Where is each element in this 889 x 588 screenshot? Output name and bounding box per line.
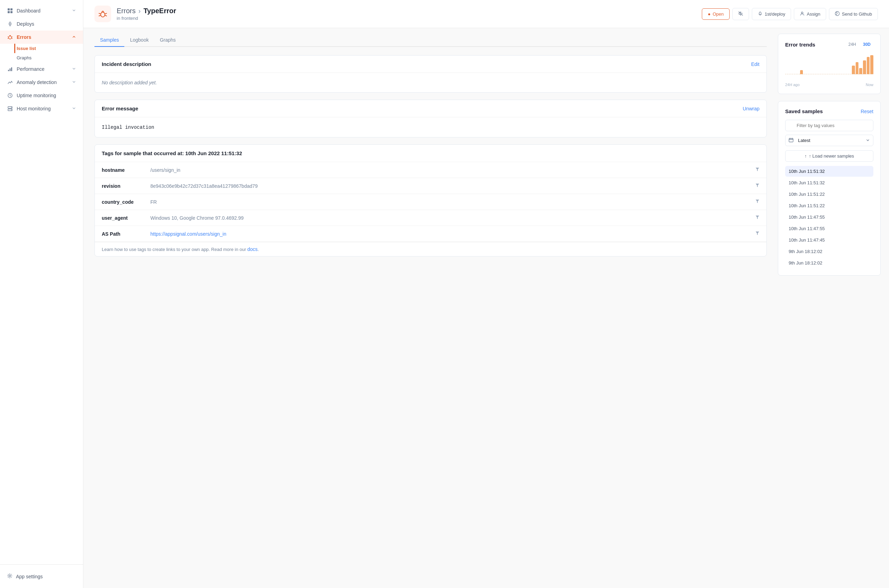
sidebar-item-deploys[interactable]: Deploys	[0, 17, 83, 30]
main-content: Errors › TypeError in frontend ● Open 1s…	[83, 0, 889, 588]
sample-item[interactable]: 10th Jun 11:47:55	[785, 212, 873, 222]
tag-key: AS Path	[102, 231, 150, 237]
sidebar-item-label: Uptime monitoring	[17, 93, 56, 98]
sidebar-item-label: Dashboard	[17, 8, 41, 14]
svg-rect-12	[11, 68, 12, 71]
sample-item[interactable]: 10th Jun 11:51:32	[785, 166, 873, 177]
content-main: Samples Logbook Graphs Incident descript…	[83, 28, 778, 588]
mute-icon	[738, 11, 743, 17]
topbar-subtitle: in frontend	[117, 16, 696, 21]
as-path-link[interactable]: https://appsignal.com/users/sign_in	[150, 231, 227, 237]
tab-samples[interactable]: Samples	[95, 34, 124, 47]
sidebar-errors-submenu: Issue list Graphs	[0, 44, 83, 63]
sample-item[interactable]: 9th Jun 18:12:02	[785, 258, 873, 268]
circle-dot-icon: ●	[708, 12, 710, 16]
sample-item[interactable]: 9th Jun 18:12:02	[785, 246, 873, 257]
svg-line-8	[8, 38, 9, 39]
svg-rect-0	[8, 8, 10, 10]
load-newer-button[interactable]: ↑ ↑ Load newer samples	[785, 150, 873, 162]
tag-value: FR	[150, 199, 752, 205]
tag-note: Learn how to use tags to create links to…	[95, 242, 766, 256]
sidebar-item-graphs[interactable]: Graphs	[17, 53, 83, 63]
breadcrumb-sep: ›	[138, 7, 141, 15]
filter-icon[interactable]	[755, 199, 760, 205]
unwrap-link[interactable]: Unwrap	[743, 106, 760, 111]
tag-value: Windows 10, Google Chrome 97.0.4692.99	[150, 215, 752, 221]
error-trends-header: Error trends 24H 30D	[785, 41, 873, 48]
sidebar-nav: Dashboard Deploys Errors Issue list Gra	[0, 0, 83, 564]
sidebar-item-issue-list[interactable]: Issue list	[14, 44, 83, 53]
svg-line-23	[99, 15, 101, 16]
reset-link[interactable]: Reset	[860, 109, 873, 114]
tag-value: https://appsignal.com/users/sign_in	[150, 231, 752, 237]
filter-icon[interactable]	[755, 167, 760, 173]
sample-item[interactable]: 10th Jun 11:51:22	[785, 189, 873, 200]
time-24h-button[interactable]: 24H	[845, 41, 859, 48]
saved-samples-title: Saved samples	[785, 108, 823, 114]
filter-input[interactable]	[785, 120, 873, 131]
breadcrumb-current: TypeError	[143, 7, 176, 15]
sample-item[interactable]: 10th Jun 11:51:32	[785, 177, 873, 188]
tags-header: Tags for sample that occurred at: 10th J…	[95, 145, 766, 162]
bell-icon	[758, 11, 763, 17]
sidebar-item-performance[interactable]: Performance	[0, 63, 83, 76]
sample-item[interactable]: 10th Jun 11:51:22	[785, 200, 873, 211]
breadcrumb: Errors › TypeError in frontend	[117, 7, 696, 21]
tab-logbook[interactable]: Logbook	[124, 34, 154, 47]
breadcrumb-parent: Errors	[117, 7, 135, 15]
chevron-down-icon	[72, 80, 76, 85]
sidebar-item-dashboard[interactable]: Dashboard	[0, 4, 83, 17]
sample-item[interactable]: 10th Jun 11:47:55	[785, 223, 873, 234]
filter-icon[interactable]	[755, 215, 760, 221]
no-description-text: No description added yet.	[102, 80, 760, 86]
svg-line-22	[105, 14, 107, 14]
assign-button[interactable]: Assign	[794, 8, 826, 20]
tag-row-as-path: AS Path https://appsignal.com/users/sign…	[95, 226, 766, 242]
person-icon	[800, 11, 805, 17]
sidebar-item-label: Deploys	[17, 21, 35, 27]
edit-link[interactable]: Edit	[751, 62, 760, 67]
svg-point-5	[9, 36, 12, 39]
filter-icon[interactable]	[755, 231, 760, 237]
time-30d-button[interactable]: 30D	[860, 41, 873, 48]
svg-point-26	[802, 12, 803, 14]
sidebar-item-uptime-monitoring[interactable]: Uptime monitoring	[0, 89, 83, 102]
grid-icon	[7, 8, 13, 14]
incident-description-body: No description added yet.	[95, 73, 766, 92]
sidebar-item-label: Performance	[17, 66, 44, 72]
tab-graphs[interactable]: Graphs	[154, 34, 181, 47]
rocket-icon	[7, 21, 13, 27]
open-button[interactable]: ● Open	[702, 8, 730, 20]
sidebar-item-anomaly-detection[interactable]: Anomaly detection	[0, 76, 83, 89]
sample-list: 10th Jun 11:51:3210th Jun 11:51:3210th J…	[785, 166, 873, 268]
tag-value: /users/sign_in	[150, 167, 752, 173]
sample-filter-select[interactable]: Latest Oldest Most frequent	[785, 135, 873, 146]
tabs: Samples Logbook Graphs	[95, 28, 767, 47]
error-message-header: Error message Unwrap	[95, 100, 766, 117]
sidebar-item-host-monitoring[interactable]: Host monitoring	[0, 102, 83, 115]
filter-icon[interactable]	[755, 183, 760, 189]
error-message-title: Error message	[102, 105, 138, 111]
svg-point-18	[11, 110, 12, 110]
svg-point-17	[11, 107, 12, 108]
sample-item[interactable]: 10th Jun 11:47:45	[785, 235, 873, 245]
svg-line-24	[105, 15, 107, 16]
mute-button[interactable]	[732, 8, 749, 20]
calendar-icon	[788, 138, 793, 143]
docs-link[interactable]: docs	[247, 246, 258, 252]
sidebar-item-app-settings[interactable]: App settings	[7, 570, 76, 582]
server-icon	[7, 105, 13, 112]
tag-key: country_code	[102, 199, 150, 205]
svg-point-19	[9, 575, 11, 577]
svg-point-20	[101, 12, 105, 17]
svg-line-9	[12, 38, 12, 39]
chart-bars	[785, 54, 873, 81]
filter-wrap	[785, 120, 873, 131]
svg-point-4	[10, 24, 11, 25]
deploy-button[interactable]: 1st/deploy	[752, 8, 791, 20]
sidebar-item-errors[interactable]: Errors	[0, 30, 83, 44]
sidebar-footer: App settings	[0, 564, 83, 588]
chevron-up-icon	[72, 34, 76, 40]
chevron-down-icon	[72, 8, 76, 14]
github-button[interactable]: Send to Github	[829, 8, 878, 20]
